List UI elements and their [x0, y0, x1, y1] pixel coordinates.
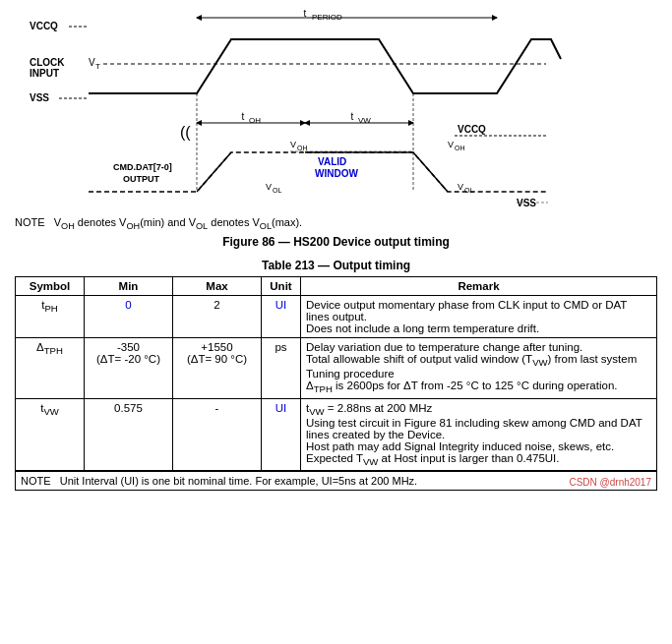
header-symbol: Symbol: [16, 277, 85, 296]
valid-window-label: VALID: [318, 156, 346, 167]
max-tvw: -: [173, 398, 262, 471]
clock-label: CLOCK: [30, 57, 65, 68]
symbol-dtph: ΔTPH: [16, 338, 85, 399]
figure-caption: Figure 86 — HS200 Device output timing: [15, 235, 657, 249]
voh-label-right: V: [448, 140, 454, 149]
remark-dtph: Delay variation due to temperature chang…: [301, 338, 657, 399]
vol-sub-left: OL: [273, 187, 281, 194]
tperiod-sub: PERIOD: [312, 13, 342, 22]
timing-diagram-svg: VCCQ t PERIOD CLOCK INPUT V T VSS t OH t…: [15, 10, 664, 216]
header-max: Max: [173, 277, 262, 296]
output-timing-table: Symbol Min Max Unit Remark tPH 0 2 UI De…: [15, 276, 657, 471]
table-title: Table 213 — Output timing: [15, 259, 657, 272]
output-label: OUTPUT: [123, 174, 160, 184]
voh-sub-left: OH: [297, 145, 308, 151]
tvw-label: t: [351, 111, 354, 122]
remark-tvw: tVW = 2.88ns at 200 MHz Using test circu…: [301, 398, 657, 471]
timing-diagram-section: VCCQ t PERIOD CLOCK INPUT V T VSS t OH t…: [15, 10, 657, 216]
vt-sub: T: [95, 62, 100, 71]
table-row: ΔTPH -350(ΔT= -20 °C) +1550(ΔT= 90 °C) p…: [16, 338, 657, 399]
voh-sub-right: OH: [455, 145, 465, 151]
vccq-label-top: VCCQ: [30, 21, 58, 31]
vol-sub-right: OL: [464, 187, 473, 194]
table-row: tVW 0.575 - UI tVW = 2.88ns at 200 MHz U…: [16, 398, 657, 471]
paren-left: ((: [180, 124, 191, 141]
voh-label-left: V: [290, 140, 296, 149]
input-label: INPUT: [30, 68, 59, 79]
vol-label-left: V: [266, 182, 272, 192]
unit-dtph: ps: [262, 338, 301, 399]
vt-label: V: [89, 57, 95, 68]
unit-tvw: UI: [262, 398, 301, 471]
csdn-watermark: CSDN @drnh2017: [569, 477, 651, 488]
max-tph: 2: [173, 296, 262, 338]
min-dtph: -350(ΔT= -20 °C): [85, 338, 173, 399]
symbol-tvw: tVW: [16, 398, 85, 471]
vss-label-bottom: VSS: [517, 198, 536, 208]
window-label: WINDOW: [315, 168, 358, 179]
header-min: Min: [85, 277, 173, 296]
max-dtph: +1550(ΔT= 90 °C): [173, 338, 262, 399]
cmd-dat-label: CMD.DAT[7-0]: [113, 162, 172, 172]
figure-note: NOTE VOH denotes VOH(min) and VOL denote…: [15, 216, 657, 231]
tperiod-label: t: [304, 10, 307, 19]
vccq-label-right: VCCQ: [458, 124, 486, 135]
header-unit: Unit: [262, 277, 301, 296]
toh-label: t: [242, 111, 245, 122]
table-row: tPH 0 2 UI Device output momentary phase…: [16, 296, 657, 338]
unit-tph: UI: [262, 296, 301, 338]
vol-label-right: V: [458, 182, 463, 192]
toh-sub: OH: [249, 116, 261, 125]
symbol-tph: tPH: [16, 296, 85, 338]
vss-label-top: VSS: [30, 92, 49, 103]
table-header-row: Symbol Min Max Unit Remark: [16, 277, 657, 296]
note-text: NOTE Unit Interval (UI) is one bit nomin…: [21, 475, 417, 487]
min-tvw: 0.575: [85, 398, 173, 471]
min-tph: 0: [85, 296, 173, 338]
bottom-note: NOTE Unit Interval (UI) is one bit nomin…: [15, 471, 657, 491]
header-remark: Remark: [301, 277, 657, 296]
tvw-sub: VW: [358, 116, 371, 125]
remark-tph: Device output momentary phase from CLK i…: [301, 296, 657, 338]
